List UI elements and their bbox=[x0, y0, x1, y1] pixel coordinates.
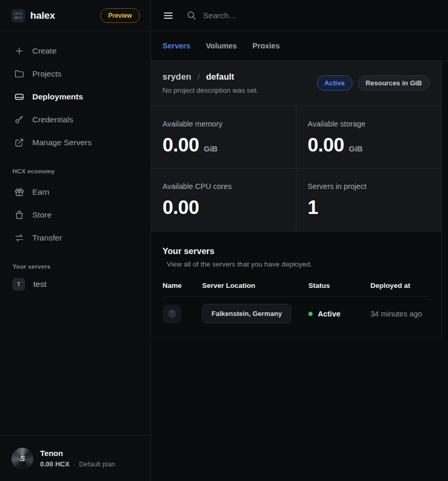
sidebar-item-test-server[interactable]: T test bbox=[0, 273, 151, 296]
table-header-row: Name Server Location Status Deployed at bbox=[163, 282, 430, 297]
search-input[interactable] bbox=[203, 11, 359, 20]
topbar bbox=[151, 0, 448, 31]
table-row[interactable]: Falkenstein, Germany Active 34 minutes a… bbox=[163, 297, 430, 323]
search-bar bbox=[186, 10, 437, 20]
column-header-location: Server Location bbox=[202, 282, 308, 289]
breadcrumb-separator: / bbox=[197, 72, 200, 81]
user-balance: 0.00 HCX bbox=[40, 460, 69, 468]
deployed-at-value: 34 minutes ago bbox=[370, 310, 430, 318]
empty-area bbox=[151, 337, 448, 481]
sidebar-item-store[interactable]: Store bbox=[0, 204, 151, 226]
stat-value: 0.00 bbox=[163, 134, 199, 156]
tab-bar: Servers Volumes Proxies bbox=[151, 31, 448, 61]
status-dot-icon bbox=[308, 312, 313, 316]
stat-value: 0.00 bbox=[163, 197, 199, 219]
key-icon bbox=[14, 115, 24, 125]
section-title: Your servers bbox=[163, 246, 430, 256]
sidebar-item-label: Store bbox=[32, 210, 52, 220]
sidebar-header: halex Preview bbox=[0, 0, 151, 31]
stat-available-storage: Available storage 0.00 GiB bbox=[296, 106, 442, 169]
sidebar-item-label: Credentials bbox=[32, 115, 73, 124]
hamburger-menu-icon[interactable] bbox=[163, 10, 174, 21]
project-description: No project description was set. bbox=[163, 86, 258, 94]
sidebar-item-transfer[interactable]: Transfer bbox=[0, 226, 151, 249]
stat-available-cpu-cores: Available CPU cores 0.00 bbox=[151, 169, 296, 231]
external-link-icon bbox=[14, 137, 24, 148]
brand[interactable]: halex bbox=[11, 9, 55, 22]
sidebar-item-create[interactable]: Create bbox=[0, 40, 151, 62]
sidebar-item-label: Transfer bbox=[32, 233, 62, 243]
your-servers-section: Your servers View all of the servers tha… bbox=[151, 232, 441, 337]
breadcrumb: sryden / default bbox=[163, 72, 258, 82]
search-icon bbox=[186, 10, 196, 20]
project-badges: Active Resources in GiB bbox=[317, 75, 430, 91]
column-header-deployed-at: Deployed at bbox=[370, 282, 430, 289]
hard-drive-icon bbox=[14, 92, 24, 102]
stat-servers-in-project: Servers in project 1 bbox=[296, 169, 442, 231]
column-header-status: Status bbox=[308, 282, 370, 289]
stat-unit: GiB bbox=[204, 144, 218, 153]
stat-label: Servers in project bbox=[308, 182, 430, 191]
sidebar-item-manage-servers[interactable]: Manage Servers bbox=[0, 131, 151, 154]
stat-unit: GiB bbox=[349, 144, 363, 153]
section-label-hcx-economy: HCX economy bbox=[0, 168, 151, 174]
user-info: Tenon 0.00 HCX · Default plan bbox=[40, 449, 115, 468]
sidebar-item-earn[interactable]: Earn bbox=[0, 181, 151, 204]
server-avatar: T bbox=[13, 278, 25, 290]
server-cube-icon bbox=[163, 305, 181, 323]
status-badge-active: Active bbox=[317, 75, 353, 91]
server-item-label: test bbox=[33, 280, 46, 289]
stat-value: 0.00 bbox=[308, 134, 344, 156]
breadcrumb-project-name[interactable]: default bbox=[206, 72, 234, 82]
app-root: halex Preview Create Projects bbox=[0, 0, 448, 481]
section-subtitle: View all of the servers that you have de… bbox=[163, 260, 430, 268]
stats-grid: Available memory 0.00 GiB Available stor… bbox=[151, 106, 441, 232]
sidebar-item-deployments[interactable]: Deployments bbox=[0, 85, 151, 108]
server-status: Active bbox=[308, 310, 370, 318]
stat-label: Available storage bbox=[308, 120, 430, 128]
user-subline: 0.00 HCX · Default plan bbox=[40, 460, 115, 468]
sidebar-spacer bbox=[0, 296, 151, 435]
preview-badge: Preview bbox=[100, 8, 140, 23]
stat-available-memory: Available memory 0.00 GiB bbox=[151, 106, 296, 169]
halex-logo-icon bbox=[11, 9, 25, 22]
servers-table: Name Server Location Status Deployed at bbox=[163, 282, 430, 323]
sidebar-item-label: Create bbox=[32, 46, 57, 56]
tab-servers[interactable]: Servers bbox=[163, 42, 190, 50]
gift-icon bbox=[14, 187, 24, 197]
sidebar-item-label: Manage Servers bbox=[32, 138, 92, 147]
server-location-button[interactable]: Falkenstein, Germany bbox=[202, 304, 291, 323]
sidebar-item-label: Projects bbox=[32, 69, 61, 79]
project-panel: sryden / default No project description … bbox=[151, 61, 442, 337]
brand-name: halex bbox=[30, 10, 55, 21]
stat-label: Available CPU cores bbox=[163, 182, 284, 191]
project-header: sryden / default No project description … bbox=[151, 61, 441, 106]
sidebar-item-credentials[interactable]: Credentials bbox=[0, 108, 151, 131]
user-card[interactable]: S Tenon 0.00 HCX · Default plan bbox=[0, 435, 151, 481]
tab-volumes[interactable]: Volumes bbox=[206, 42, 237, 50]
user-name: Tenon bbox=[40, 449, 115, 458]
transfer-arrows-icon bbox=[14, 233, 24, 243]
folder-icon bbox=[14, 69, 24, 79]
tab-proxies[interactable]: Proxies bbox=[253, 42, 280, 50]
section-label-your-servers: Your servers bbox=[0, 263, 151, 270]
separator-dot: · bbox=[73, 460, 75, 468]
stat-value: 1 bbox=[308, 197, 318, 219]
resources-unit-badge: Resources in GiB bbox=[358, 75, 430, 91]
sidebar: halex Preview Create Projects bbox=[0, 0, 151, 481]
sidebar-item-label: Earn bbox=[32, 187, 49, 197]
main-area: Servers Volumes Proxies sryden / default… bbox=[151, 0, 448, 481]
sidebar-nav: Create Projects Deployments Credentials bbox=[0, 31, 151, 154]
column-header-name: Name bbox=[163, 282, 202, 289]
shopping-bag-icon bbox=[14, 210, 24, 220]
plus-icon bbox=[14, 46, 24, 56]
hcx-economy-nav: Earn Store Transfer bbox=[0, 178, 151, 249]
stat-label: Available memory bbox=[163, 120, 284, 128]
breadcrumb-owner[interactable]: sryden bbox=[163, 72, 191, 82]
sidebar-item-projects[interactable]: Projects bbox=[0, 62, 151, 85]
project-identity: sryden / default No project description … bbox=[163, 72, 258, 94]
status-label: Active bbox=[318, 310, 341, 318]
user-avatar: S bbox=[11, 448, 33, 470]
sidebar-item-label: Deployments bbox=[32, 92, 83, 102]
user-plan: Default plan bbox=[79, 460, 115, 468]
